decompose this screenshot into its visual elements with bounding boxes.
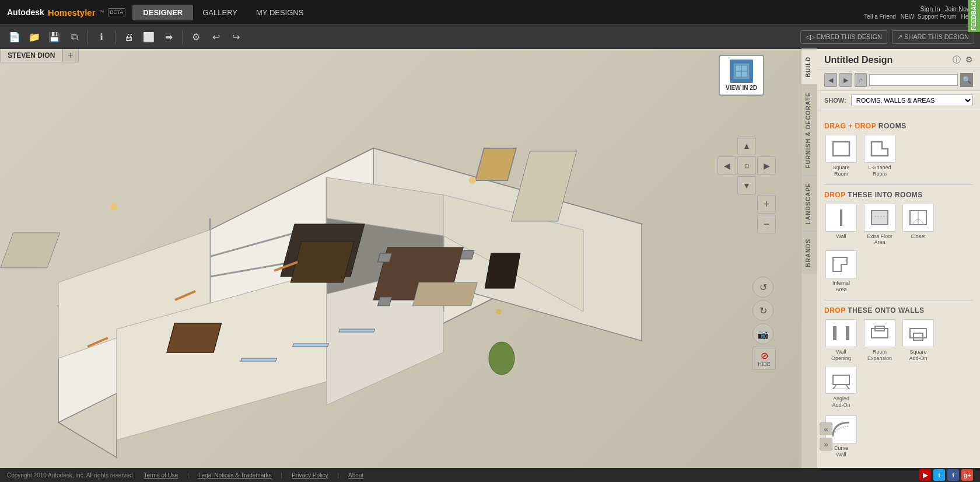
top-navigation: Autodesk Homestyler ™ BETA DESIGNER GALL…: [0, 0, 980, 25]
wall-opening-item[interactable]: WallOpening: [824, 319, 858, 362]
rooms-grid: SquareRoom L-ShapedRoom: [824, 135, 973, 177]
square-addon-item[interactable]: SquareAdd-On: [901, 319, 935, 362]
svg-rect-49: [833, 326, 836, 340]
extra-floor-area-item[interactable]: Extra FloorArea: [863, 204, 897, 246]
pan-up-button[interactable]: ▲: [737, 137, 756, 155]
collapse-down-button[interactable]: »: [820, 438, 832, 450]
canvas-area[interactable]: VIEW IN 2D ▲ ◀ ⊡ ▶ ▼ + − ↺ ↻ 📷 ⊘ HIDE: [0, 49, 817, 468]
forward-button[interactable]: ▶: [839, 73, 852, 87]
furnish-tab[interactable]: FURNISH & DECORATE: [802, 85, 817, 176]
zoom-in-button[interactable]: +: [757, 195, 776, 214]
search-button[interactable]: 🔍: [960, 73, 973, 87]
svg-point-35: [469, 177, 476, 184]
nav-center-button[interactable]: ⊡: [737, 156, 756, 175]
main-toolbar: 📄 📁 💾 ⧉ ℹ 🖨 ⬜ ➡ ⚙ ↩ ↪ ◁▷ EMBED THIS DESI…: [0, 25, 980, 49]
pan-left-button[interactable]: ◀: [718, 156, 736, 175]
panel-collapse-area: « »: [820, 422, 832, 450]
privacy-link[interactable]: Privacy Policy: [292, 472, 328, 478]
main-area: VIEW IN 2D ▲ ◀ ⊡ ▶ ▼ + − ↺ ↻ 📷 ⊘ HIDE: [0, 49, 980, 468]
build-tab[interactable]: BUILD: [802, 49, 817, 85]
home-button[interactable]: ⌂: [855, 73, 867, 87]
sign-in-link[interactable]: Sign In: [920, 5, 940, 12]
show-label: SHOW:: [824, 97, 846, 104]
right-panel: BUILD FURNISH & DECORATE LANDSCAPE BRAND…: [817, 49, 980, 468]
l-shaped-room-icon: [864, 135, 895, 163]
svg-point-32: [489, 342, 514, 375]
internal-area-label: InternalArea: [832, 280, 850, 293]
collapse-up-button[interactable]: «: [820, 422, 832, 435]
hide-button[interactable]: ⊘ HIDE: [752, 347, 776, 370]
wall-item[interactable]: Wall: [824, 204, 858, 246]
square-addon-label: SquareAdd-On: [909, 349, 927, 362]
new-button[interactable]: 📄: [6, 29, 23, 46]
pan-right-button[interactable]: ▶: [757, 156, 776, 175]
rotate-right-button[interactable]: ↻: [752, 300, 774, 321]
add-tab-button[interactable]: +: [62, 49, 78, 62]
landscape-tab[interactable]: LANDSCAPE: [802, 175, 817, 231]
undo-button[interactable]: ↩: [207, 29, 225, 46]
rotate-left-button[interactable]: ↺: [752, 277, 774, 298]
internal-area-item[interactable]: InternalArea: [824, 250, 858, 293]
redo-button[interactable]: ↪: [227, 29, 244, 46]
back-button[interactable]: ◀: [824, 73, 837, 87]
googleplus-icon[interactable]: g+: [961, 469, 973, 481]
homestyler-logo: Homestyler: [48, 8, 96, 18]
info-panel-icon[interactable]: ⓘ: [953, 55, 961, 65]
facebook-icon[interactable]: f: [947, 469, 959, 481]
panel-header: Untitled Design ⓘ ⚙: [817, 49, 980, 69]
share-toolbar-button[interactable]: ➡: [160, 29, 177, 46]
svg-point-34: [110, 203, 117, 210]
save-button[interactable]: 💾: [46, 29, 63, 46]
toolbar-separator-3: [182, 30, 183, 44]
closet-label: Closet: [911, 233, 926, 240]
curve-wall-grid: CurveWall: [824, 415, 973, 458]
export-button[interactable]: ⬜: [140, 29, 158, 46]
gallery-nav-item[interactable]: GALLERY: [193, 5, 247, 20]
settings-panel-icon[interactable]: ⚙: [965, 55, 973, 65]
camera-button[interactable]: 📷: [752, 323, 774, 344]
info-button[interactable]: ℹ: [93, 29, 110, 46]
divider-2: [824, 300, 973, 301]
my-designs-nav-item[interactable]: MY DESIGNS: [247, 5, 313, 20]
view-in-2d-button[interactable]: VIEW IN 2D: [719, 55, 764, 96]
zoom-out-button[interactable]: −: [757, 215, 776, 233]
square-room-label: SquareRoom: [832, 165, 849, 177]
tell-friend-link[interactable]: Tell a Friend: [864, 13, 895, 20]
show-select[interactable]: ROOMS, WALLS & AREAS ROOMS ONLY ALL: [851, 95, 973, 106]
terms-link[interactable]: Terms of Use: [144, 472, 178, 478]
zoom-controls: + −: [757, 195, 776, 233]
pan-down-button[interactable]: ▼: [737, 176, 756, 195]
svg-rect-17: [290, 242, 354, 282]
trademark-symbol: ™: [99, 9, 104, 15]
drop-onto-walls-header: DROP THESE ONTO WALLS: [824, 306, 973, 315]
wall-opening-icon: [825, 319, 857, 347]
share-design-button[interactable]: ↗ SHARE THIS DESIGN: [892, 30, 974, 44]
floor-plan: [0, 49, 817, 468]
open-button[interactable]: 📁: [26, 29, 43, 46]
about-link[interactable]: About: [348, 472, 363, 478]
designer-nav-item[interactable]: DESIGNER: [132, 5, 193, 20]
feedback-tab[interactable]: FEEDBACK: [968, 0, 980, 32]
duplicate-button[interactable]: ⧉: [65, 29, 83, 46]
settings-button[interactable]: ⚙: [187, 29, 205, 46]
embed-design-button[interactable]: ◁▷ EMBED THIS DESIGN: [800, 30, 887, 44]
search-input[interactable]: [869, 74, 958, 86]
nav-middle-row: ◀ ⊡ ▶: [718, 156, 776, 175]
room-expansion-item[interactable]: RoomExpansion: [863, 319, 897, 362]
closet-item[interactable]: Closet: [901, 204, 935, 246]
user-tab-bar: STEVEN DION +: [0, 49, 79, 62]
youtube-icon[interactable]: ▶: [919, 469, 931, 481]
brands-tab[interactable]: BRANDS: [802, 231, 817, 274]
square-room-item[interactable]: SquareRoom: [824, 135, 858, 177]
angled-addon-item[interactable]: AngledAdd-On: [824, 366, 858, 408]
legal-link[interactable]: Legal Notices & Trademarks: [198, 472, 272, 478]
user-tab[interactable]: STEVEN DION: [0, 49, 62, 62]
support-forum-link[interactable]: NEW! Support Forum: [901, 13, 957, 20]
svg-rect-50: [846, 326, 849, 340]
wall-items-grid: WallOpening RoomExpansion: [824, 319, 973, 408]
print-button[interactable]: 🖨: [120, 29, 138, 46]
svg-rect-19: [378, 253, 392, 262]
twitter-icon[interactable]: t: [933, 469, 945, 481]
l-shaped-room-item[interactable]: L-ShapedRoom: [863, 135, 897, 177]
svg-point-36: [496, 309, 502, 315]
